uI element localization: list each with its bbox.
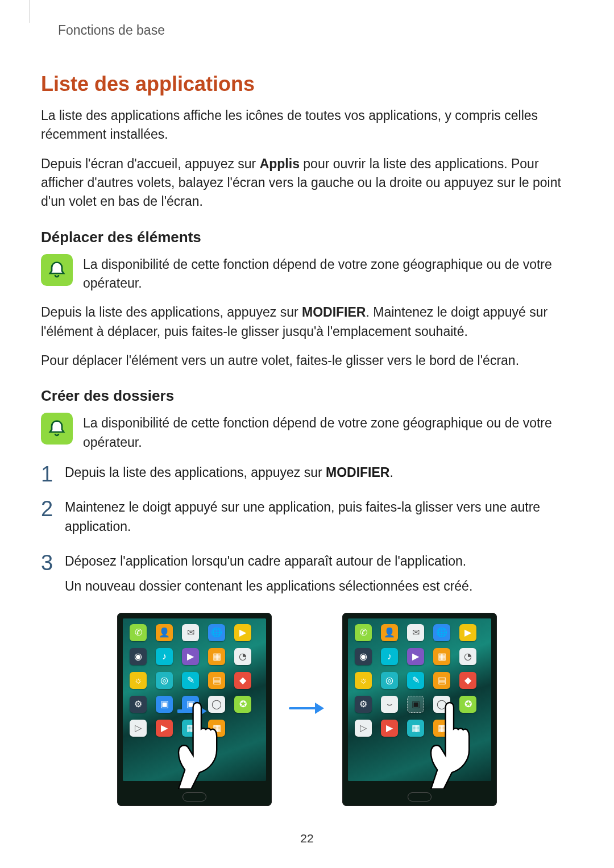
- transition-arrow-icon: [289, 701, 325, 718]
- app-icon: ◉: [355, 648, 372, 665]
- app-icon: ✉: [407, 624, 424, 641]
- app-icon: ▶: [156, 720, 173, 737]
- app-icon: ▦: [208, 648, 225, 665]
- move-paragraph-1: Depuis la liste des applications, appuye…: [41, 303, 573, 341]
- app-icon: 🌐: [433, 624, 450, 641]
- step1-a: Depuis la liste des applications, appuye…: [65, 465, 326, 480]
- app-icon: ✪: [234, 696, 251, 713]
- app-icon: ◆: [234, 672, 251, 689]
- app-icon: ▶: [182, 648, 199, 665]
- app-icon: ⚙: [130, 696, 147, 713]
- app-icon: 👤: [156, 624, 173, 641]
- app-icon: ✎: [182, 672, 199, 689]
- app-icon: ◎: [381, 672, 398, 689]
- app-icon: ◔: [459, 648, 476, 665]
- app-icon: ⚙: [355, 696, 372, 713]
- step1-b: .: [389, 465, 393, 480]
- app-icon: ▤: [433, 672, 450, 689]
- step-1: Depuis la liste des applications, appuye…: [41, 463, 573, 482]
- app-icon: ▦: [182, 720, 199, 737]
- app-folder: ▣: [407, 696, 424, 713]
- app-icon: ✎: [407, 672, 424, 689]
- note-move: La disponibilité de cette fonction dépen…: [41, 254, 573, 293]
- app-icon: ◯: [433, 696, 450, 713]
- app-icon: ▷: [130, 720, 147, 737]
- app-icon: ♪: [156, 648, 173, 665]
- step1-bold: MODIFIER: [326, 465, 389, 480]
- app-icon: ▦: [407, 720, 424, 737]
- app-icon: ♪: [381, 648, 398, 665]
- app-icon: ▶: [459, 624, 476, 641]
- figure-row: ✆ 👤 ✉ 🌐 ▶ ◉ ♪ ▶ ▦ ◔ ☼ ◎ ✎ ▤: [41, 613, 573, 806]
- app-icon: 🌐: [208, 624, 225, 641]
- app-icon: ▦: [208, 720, 225, 737]
- tablet-before-screen: ✆ 👤 ✉ 🌐 ▶ ◉ ♪ ▶ ▦ ◔ ☼ ◎ ✎ ▤: [123, 618, 266, 781]
- move-p1a: Depuis la liste des applications, appuye…: [41, 305, 302, 319]
- app-icon: ▷: [355, 720, 372, 737]
- app-icon: ⌣: [381, 696, 398, 713]
- app-icon: 👤: [381, 624, 398, 641]
- tablet-after: ✆ 👤 ✉ 🌐 ▶ ◉ ♪ ▶ ▦ ◔ ☼ ◎ ✎ ▤: [342, 613, 497, 806]
- app-icon: ▶: [381, 720, 398, 737]
- note-move-text: La disponibilité de cette fonction dépen…: [83, 254, 573, 293]
- home-button-icon: [408, 792, 432, 801]
- app-icon: ▦: [433, 720, 450, 737]
- breadcrumb: Fonctions de base: [41, 0, 573, 38]
- intro-paragraph-2: Depuis l'écran d'accueil, appuyez sur Ap…: [41, 155, 573, 211]
- app-icon: ◆: [459, 672, 476, 689]
- app-icon: ☼: [130, 672, 147, 689]
- subheading-move: Déplacer des éléments: [41, 229, 573, 246]
- app-icon: ▶: [234, 624, 251, 641]
- step3-extra: Un nouveau dossier contenant les applica…: [65, 577, 573, 596]
- page: Fonctions de base Liste des applications…: [0, 0, 614, 868]
- app-icon: ✪: [459, 696, 476, 713]
- app-icon: ▶: [407, 648, 424, 665]
- intro-paragraph-1: La liste des applications affiche les ic…: [41, 106, 573, 144]
- move-paragraph-2: Pour déplacer l'élément vers un autre vo…: [41, 351, 573, 370]
- note-folders: La disponibilité de cette fonction dépen…: [41, 413, 573, 452]
- intro-2a: Depuis l'écran d'accueil, appuyez sur: [41, 156, 260, 171]
- step-2: Maintenez le doigt appuyé sur une applic…: [41, 498, 573, 536]
- move-p1-bold: MODIFIER: [302, 305, 366, 319]
- app-icon: ◯: [208, 696, 225, 713]
- tablet-before: ✆ 👤 ✉ 🌐 ▶ ◉ ♪ ▶ ▦ ◔ ☼ ◎ ✎ ▤: [117, 613, 272, 806]
- app-icon: ▤: [208, 672, 225, 689]
- app-icon: ☼: [355, 672, 372, 689]
- subheading-folders: Créer des dossiers: [41, 387, 573, 405]
- home-button-icon: [182, 792, 206, 801]
- app-icon: ◉: [130, 648, 147, 665]
- step3-text: Déposez l'application lorsqu'un cadre ap…: [65, 554, 466, 568]
- bell-icon: [41, 254, 73, 286]
- app-icon: ▣: [156, 696, 173, 713]
- intro-2-bold: Applis: [260, 156, 300, 171]
- app-icon: ◎: [156, 672, 173, 689]
- page-number: 22: [0, 832, 614, 845]
- note-folders-text: La disponibilité de cette fonction dépen…: [83, 413, 573, 452]
- page-title: Liste des applications: [41, 72, 573, 96]
- step2-text: Maintenez le doigt appuyé sur une applic…: [65, 500, 540, 533]
- step-3: Déposez l'application lorsqu'un cadre ap…: [41, 552, 573, 596]
- app-icon: ▦: [433, 648, 450, 665]
- app-icon: ◔: [234, 648, 251, 665]
- app-icon: ▣: [182, 696, 199, 713]
- tablet-after-screen: ✆ 👤 ✉ 🌐 ▶ ◉ ♪ ▶ ▦ ◔ ☼ ◎ ✎ ▤: [348, 618, 491, 781]
- app-icon: ✆: [130, 624, 147, 641]
- app-icon: ✉: [182, 624, 199, 641]
- app-icon: ✆: [355, 624, 372, 641]
- margin-rule: [30, 0, 30, 23]
- steps-list: Depuis la liste des applications, appuye…: [41, 463, 573, 596]
- bell-icon: [41, 413, 73, 445]
